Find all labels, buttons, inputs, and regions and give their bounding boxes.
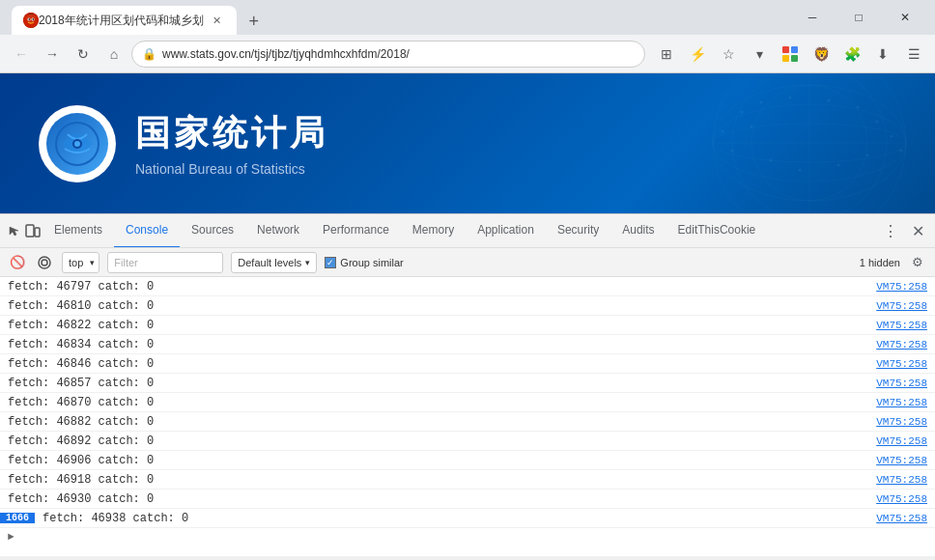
- console-row-source[interactable]: VM75:258: [876, 300, 935, 312]
- console-row-source[interactable]: VM75:258: [876, 435, 935, 447]
- console-row-text: fetch: 46797 catch: 0: [0, 280, 876, 294]
- address-bar[interactable]: 🔒 www.stats.gov.cn/tjsj/tjbz/tjyqhdmhcxh…: [131, 41, 645, 68]
- filter-input[interactable]: Filter: [107, 252, 223, 273]
- context-selector[interactable]: top ▾: [62, 252, 99, 273]
- svg-rect-9: [791, 55, 798, 62]
- close-button[interactable]: ✕: [883, 3, 927, 32]
- nav-icons: ⊞ ⚡ ☆ ▾ 🦁 🧩 ⬇ ☰: [653, 41, 927, 68]
- svg-rect-8: [782, 55, 789, 62]
- tab-memory[interactable]: Memory: [401, 214, 466, 248]
- extensions-button[interactable]: ⊞: [653, 41, 680, 68]
- console-row-source[interactable]: VM75:258: [876, 455, 935, 466]
- svg-point-18: [741, 111, 744, 114]
- console-row-source[interactable]: VM75:258: [876, 416, 935, 428]
- svg-point-31: [891, 135, 893, 138]
- table-row: fetch: 46797 catch: 0 VM75:258: [0, 277, 935, 296]
- console-row-count: 1666: [0, 513, 35, 523]
- back-button[interactable]: ←: [8, 41, 35, 68]
- console-cursor-row[interactable]: ►: [0, 528, 935, 546]
- home-button[interactable]: ⌂: [100, 41, 128, 68]
- tab-editthiscookie[interactable]: EditThisCookie: [666, 214, 768, 248]
- devtools-select-element-button[interactable]: [4, 221, 23, 240]
- star-button[interactable]: ☆: [715, 41, 742, 68]
- table-row: fetch: 46810 catch: 0 VM75:258: [0, 296, 935, 316]
- address-chevron[interactable]: ▾: [746, 41, 773, 68]
- console-row-source[interactable]: VM75:258: [876, 378, 935, 389]
- group-similar-checkbox[interactable]: ✓: [325, 257, 336, 268]
- svg-rect-36: [26, 225, 34, 237]
- console-row-text: fetch: 46834 catch: 0: [0, 338, 876, 351]
- levels-selector[interactable]: Default levels ▾: [231, 252, 317, 273]
- svg-point-32: [900, 150, 903, 153]
- devtools-panel: Elements Console Sources Network Perform…: [0, 213, 935, 556]
- devtools-device-toggle-button[interactable]: [23, 221, 42, 240]
- tab-network[interactable]: Network: [245, 214, 311, 248]
- banner-text-area: 国家统计局 National Bureau of Statistics: [135, 110, 328, 177]
- console-toolbar: 🚫 top ▾ Filter Default levels ▾ ✓ Group …: [0, 248, 935, 277]
- devtools-close-button[interactable]: ✕: [904, 217, 931, 244]
- console-row-source[interactable]: VM75:258: [876, 474, 935, 486]
- svg-rect-6: [782, 46, 789, 53]
- clear-console-button[interactable]: 🚫: [8, 253, 27, 272]
- title-bar: 2018年统计用区划代码和城乡划 ✕ + ─ □ ✕: [0, 0, 935, 35]
- devtools-more-button[interactable]: ⋮: [877, 217, 904, 244]
- tab-audits[interactable]: Audits: [610, 214, 666, 248]
- maximize-button[interactable]: □: [836, 3, 881, 32]
- nbs-logo-inner: [46, 113, 108, 175]
- lightning-button[interactable]: ⚡: [684, 41, 711, 68]
- svg-point-26: [751, 126, 753, 128]
- svg-point-38: [39, 257, 50, 268]
- table-row: fetch: 46846 catch: 0 VM75:258: [0, 354, 935, 374]
- tab-performance[interactable]: Performance: [311, 214, 401, 248]
- console-row-source[interactable]: VM75:258: [876, 358, 935, 370]
- browser-logo-icon[interactable]: [777, 41, 804, 68]
- page-banner-area: 国家统计局 National Bureau of Statistics: [0, 73, 935, 213]
- cursor-icon: ►: [8, 531, 14, 543]
- console-row-text: fetch: 46918 catch: 0: [0, 473, 876, 487]
- hidden-count-badge[interactable]: 1 hidden: [860, 257, 900, 268]
- banner-title-cn: 国家统计局: [135, 110, 328, 157]
- tab-application[interactable]: Application: [466, 214, 546, 248]
- svg-rect-37: [35, 228, 40, 237]
- table-row: fetch: 46834 catch: 0 VM75:258: [0, 335, 935, 354]
- filter-toggle-button[interactable]: [35, 253, 54, 272]
- console-row-source[interactable]: VM75:258: [876, 397, 935, 408]
- console-row-source[interactable]: VM75:258: [876, 513, 935, 524]
- console-output[interactable]: fetch: 46797 catch: 0 VM75:258 fetch: 46…: [0, 277, 935, 556]
- tab-close-button[interactable]: ✕: [210, 13, 225, 28]
- banner-subtitle-en: National Bureau of Statistics: [135, 161, 328, 177]
- table-row: fetch: 46822 catch: 0 VM75:258: [0, 316, 935, 335]
- group-similar-toggle[interactable]: ✓ Group similar: [325, 257, 403, 268]
- console-settings-button[interactable]: ⚙: [908, 253, 927, 272]
- reload-button[interactable]: ↻: [70, 41, 97, 68]
- svg-point-20: [789, 97, 792, 99]
- table-row: fetch: 46930 catch: 0 VM75:258: [0, 490, 935, 509]
- table-row: fetch: 46857 catch: 0 VM75:258: [0, 374, 935, 393]
- tab-sources[interactable]: Sources: [180, 214, 245, 248]
- console-row-text: fetch: 46870 catch: 0: [0, 396, 876, 409]
- new-tab-button[interactable]: +: [241, 8, 268, 35]
- table-row: fetch: 46882 catch: 0 VM75:258: [0, 412, 935, 432]
- tab-console[interactable]: Console: [114, 214, 180, 248]
- svg-point-29: [837, 164, 840, 167]
- console-row-source[interactable]: VM75:258: [876, 320, 935, 331]
- svg-rect-7: [791, 46, 798, 53]
- devtools-tab-bar: Elements Console Sources Network Perform…: [0, 214, 935, 248]
- extensions2-icon[interactable]: 🧩: [838, 41, 865, 68]
- browser-tab[interactable]: 2018年统计用区划代码和城乡划 ✕: [12, 6, 237, 35]
- svg-point-21: [828, 99, 831, 102]
- console-row-source[interactable]: VM75:258: [876, 339, 935, 350]
- brave-shield-icon[interactable]: 🦁: [808, 41, 835, 68]
- svg-point-4: [29, 18, 31, 20]
- console-row-source[interactable]: VM75:258: [876, 281, 935, 293]
- tab-elements[interactable]: Elements: [42, 214, 114, 248]
- table-row: fetch: 46892 catch: 0 VM75:258: [0, 432, 935, 451]
- tab-security[interactable]: Security: [546, 214, 610, 248]
- forward-button[interactable]: →: [39, 41, 66, 68]
- minimize-button[interactable]: ─: [790, 3, 835, 32]
- download-button[interactable]: ⬇: [869, 41, 896, 68]
- console-row-text: fetch: 46906 catch: 0: [0, 454, 876, 467]
- menu-button[interactable]: ☰: [900, 41, 927, 68]
- console-row-source[interactable]: VM75:258: [876, 493, 935, 505]
- svg-point-25: [731, 150, 734, 153]
